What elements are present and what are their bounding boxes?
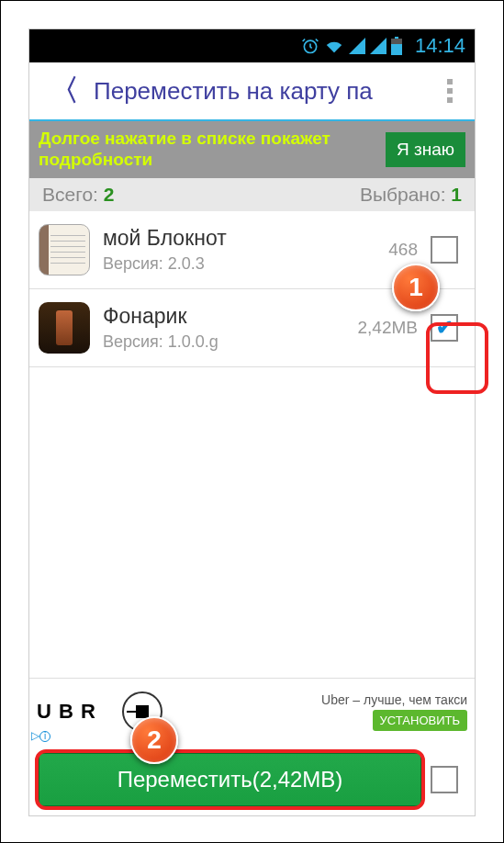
ad-brand-logo: U B R [37,700,96,724]
ad-text: Uber – лучше, чем такси УСТАНОВИТЬ [170,692,467,731]
overflow-menu-button[interactable] [436,79,464,103]
stats-total: Всего: 2 [42,184,114,206]
hint-dismiss-button[interactable]: Я знаю [386,132,465,167]
ad-install-button[interactable]: УСТАНОВИТЬ [373,710,467,731]
item-info: Фонарик Версия: 1.0.0.g [103,304,345,352]
app-icon-flashlight [39,302,90,354]
battery-icon [391,37,402,55]
dot-icon [447,97,453,103]
item-info: мой Блокнот Версия: 2.0.3 [103,226,375,274]
info-icon[interactable]: i [39,731,50,742]
item-name: Фонарик [103,304,345,329]
status-bar: 14:14 [29,29,475,62]
hint-text: Долгое нажатие в списке покажет подробно… [39,129,376,171]
status-icons-group [301,37,402,55]
signal-icon [349,38,365,54]
item-version: Версия: 2.0.3 [103,254,375,274]
wifi-icon [324,37,344,55]
svg-rect-2 [391,44,402,55]
item-size: 2,42MB [358,318,418,338]
stats-bar: Всего: 2 Выбрано: 1 [29,178,475,211]
item-size: 468 [388,240,418,260]
callout-marker-2: 2 [130,716,178,764]
app-bar: 〈 Переместить на карту па [29,62,475,121]
item-checkbox[interactable] [431,314,458,342]
item-name: мой Блокнот [103,226,375,251]
stats-selected: Выбрано: 1 [360,184,462,206]
hint-bar: Долгое нажатие в списке покажет подробно… [29,121,475,178]
item-checkbox[interactable] [431,236,458,264]
app-icon-notepad [39,224,90,275]
select-all-checkbox[interactable] [431,766,458,793]
back-button[interactable]: 〈 [40,71,88,111]
dot-icon [447,79,453,84]
item-version: Версия: 1.0.0.g [103,332,345,352]
svg-rect-3 [395,37,398,39]
alarm-icon [301,37,319,55]
action-bar: Переместить(2,42MB) [29,744,475,815]
page-title: Переместить на карту па [94,77,436,106]
ad-badge: ▷i [31,729,50,742]
ad-title: Uber – лучше, чем такси [170,692,467,707]
signal-icon-2 [370,38,386,54]
status-time: 14:14 [415,34,465,58]
ad-banner[interactable]: ▷i U B R Uber – лучше, чем такси УСТАНОВ… [29,678,475,744]
dot-icon [447,88,453,94]
callout-marker-1: 1 [392,264,440,311]
move-button[interactable]: Переместить(2,42MB) [39,753,421,806]
